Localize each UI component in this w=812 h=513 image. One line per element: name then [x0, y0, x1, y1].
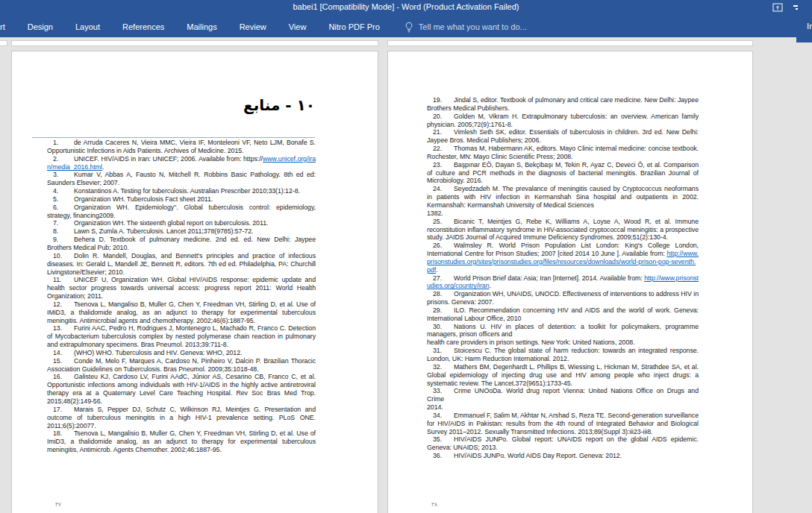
ribbon-bar: babei1 [Compatibility Mode] - Word (Prod…	[0, 0, 812, 37]
reference-text: Lawn S, Zumla A. Tuberculosis. Lancet 20…	[74, 227, 253, 235]
reference-item: 33.Crime UNOoDa. World drug report Vienn…	[427, 387, 699, 412]
references-list-right: 19.Jindal S, editor. Textbook of pulmona…	[427, 96, 699, 460]
reference-text: Konstantinos A. Testing for tuberculosis…	[74, 187, 300, 195]
reference-text: World Prison Brief data: Asia; Iran [Int…	[454, 274, 644, 282]
reference-text: Marais S, Pepper DJ, Schutz C, Wilkinson…	[47, 406, 316, 429]
reference-number: 10.	[53, 252, 74, 260]
reference-text: Başpınar EÖ, Dayan S, Bekçibaşı M, Tekin…	[427, 161, 699, 185]
reference-number: 2.	[53, 155, 74, 163]
reference-number: 21.	[433, 128, 454, 136]
reference-item: 10.Dolin R. Mandell, Douglas, and Bennet…	[47, 252, 316, 277]
document-page-37[interactable]: ١٠ - منابع 1.de Arruda Caceres N, Vieira…	[11, 51, 378, 513]
reference-number: 20.	[433, 113, 454, 121]
reference-number: 33.	[433, 387, 454, 395]
reference-number: 14.	[53, 349, 74, 357]
reference-text: Organization WH, UNAIDS, UNOCD. Effectiv…	[427, 290, 699, 306]
reference-item: 31.Stoicescu C. The global state of harm…	[427, 347, 699, 363]
heading-chapter-number: ١٠ -	[285, 96, 315, 114]
reference-item: 35.HIV/AIDS JUNPo. Global report: UNAIDS…	[427, 435, 699, 452]
reference-text: .	[102, 163, 104, 171]
reference-number: 1.	[53, 139, 74, 147]
reference-item: 23.Başpınar EÖ, Dayan S, Bekçibaşı M, Te…	[427, 161, 699, 186]
reference-item: 30.Nations U. HIV in places of detention…	[427, 323, 699, 347]
reference-text: Walmsley R. World Prison Population List…	[427, 242, 699, 257]
reference-text: UNICEF. HIV/AIDS in Iran: UNICEF; 2006. …	[74, 155, 263, 163]
reference-number: 19.	[433, 96, 454, 104]
reference-text: Emmanuel F, Salim M, Akhtar N, Arshad S,…	[427, 412, 699, 435]
reference-number: 5.	[53, 195, 74, 204]
reference-text: .	[436, 266, 437, 274]
reference-text: Tsenova L, Mangalisio B, Muller G, Chen …	[47, 429, 316, 453]
reference-number: 24.	[433, 185, 454, 193]
previous-page-bottom-edge	[387, 40, 753, 46]
reference-text: Organization WH. The sixteenth global re…	[74, 219, 268, 227]
reference-item: 3.Kumar V, Abbas A, Fausto N, Mitchell R…	[47, 171, 316, 187]
reference-number: 34.	[433, 412, 454, 420]
tab-insert-partial[interactable]: rt	[0, 16, 16, 37]
references-heading: ١٠ - منابع	[243, 96, 315, 114]
reference-item: 9.Behera D. Textbook of pulmonary medici…	[47, 236, 316, 252]
reference-item: 27.World Prison Brief data: Asia; Iran […	[427, 274, 699, 291]
tell-me-box[interactable]: Tell me what you want to do...	[405, 22, 527, 33]
references-list-left: 1.de Arruda Caceres N, Vieira MMC, Vieir…	[47, 139, 316, 454]
tab-view[interactable]: View	[278, 16, 318, 37]
tab-layout[interactable]: Layout	[64, 16, 111, 37]
reference-item: 4.Konstantinos A. Testing for tuberculos…	[47, 187, 316, 195]
tab-mailings[interactable]: Mailings	[175, 16, 228, 37]
reference-number: 25.	[433, 218, 454, 226]
reference-text: Crime UNOoDa. World drug report Vienna: …	[427, 387, 699, 411]
reference-item: 29.ILO. Recommendation concerning HIV an…	[427, 306, 699, 323]
reference-number: 18.	[53, 429, 74, 438]
reference-item: 17.Marais S, Pepper DJ, Schutz C, Wilkin…	[47, 406, 316, 430]
tab-design[interactable]: Design	[16, 16, 64, 37]
reference-text: Mathers BM, Degenhardt L, Phillips B, Wi…	[427, 363, 699, 387]
reference-item: 7.Organization WH. The sixteenth global …	[47, 219, 316, 227]
reference-number: 15.	[53, 357, 74, 365]
reference-text: Seyedzadeh M. The prevalance of meningit…	[427, 185, 699, 217]
window-title: babei1 [Compatibility Mode] - Word (Prod…	[0, 2, 812, 11]
reference-text: Bicanic T, Meintjes G, Rebe K, Williams …	[427, 218, 699, 242]
reference-number: 30.	[433, 323, 454, 331]
reference-number: 28.	[433, 290, 454, 298]
reference-number: 26.	[433, 242, 454, 250]
reference-item: 11.UNICEF U, Organization WH. Global HIV…	[47, 276, 316, 300]
word-application-window: babei1 [Compatibility Mode] - Word (Prod…	[0, 0, 812, 513]
reference-item: 26.Walmsley R. World Prison Population L…	[427, 242, 699, 274]
reference-item: 28.Organization WH, UNAIDS, UNOCD. Effec…	[427, 290, 699, 306]
reference-text: ILO. Recommendation concerning HIV and A…	[427, 306, 699, 322]
reference-text: Thomas M, Habermann AK, editors. Mayo Cl…	[427, 145, 699, 160]
reference-text: Galisteu KJ, Cardoso LV, Furini AAdC, Jú…	[47, 373, 316, 405]
page-number-footer: ٣٨	[431, 501, 437, 508]
reference-text: Conde M, Melo F, Marques A, Cardoso N, P…	[47, 357, 316, 373]
reference-text: Tsenova L, Mangaliso B, Muller G, Chen Y…	[47, 300, 316, 324]
tab-references[interactable]: References	[111, 16, 175, 37]
reference-item: 36.HIV/AIDS JUNPo. World AIDS Day Report…	[427, 452, 699, 460]
tab-nitro-pdf-pro[interactable]: Nitro PDF Pro	[317, 16, 390, 37]
reference-item: 20.Golden M, Vikram H. Extrapulmonary tu…	[427, 113, 699, 129]
reference-text: HIV/AIDS JUNPo. Global report: UNAIDS re…	[427, 435, 699, 451]
reference-number: 17.	[53, 406, 74, 414]
reference-text: Dolin R. Mandell, Douglas, and Bennett's…	[47, 252, 316, 276]
heading-underline-rule	[32, 137, 315, 138]
heading-word: منابع	[243, 96, 280, 114]
ribbon-tabs: rt Design Layout References Mailings Rev…	[0, 16, 527, 37]
reference-text: Behera D. Textbook of pulmonary medicine…	[47, 236, 316, 251]
reference-text: de Arruda Caceres N, Vieira MMC, Vieira …	[47, 139, 316, 154]
reference-number: 6.	[53, 204, 74, 212]
reference-text: Organization WH. Epidemiology''. Global …	[47, 204, 316, 219]
reference-item: 8.Lawn S, Zumla A. Tuberculosis. Lancet …	[47, 227, 316, 236]
reference-item: 22.Thomas M, Habermann AK, editors. Mayo…	[427, 145, 699, 161]
reference-number: 11.	[53, 276, 74, 284]
reference-item: 19.Jindal S, editor. Textbook of pulmona…	[427, 96, 699, 113]
reference-text: Kumar V, Abbas A, Fausto N, Mitchell R. …	[47, 171, 316, 186]
reference-item: 25.Bicanic T, Meintjes G, Rebe K, Willia…	[427, 218, 699, 242]
ribbon-display-options-icon[interactable]	[772, 1, 783, 10]
reference-item: 12.Tsenova L, Mangaliso B, Muller G, Che…	[47, 300, 316, 325]
document-page-38[interactable]: 19.Jindal S, editor. Textbook of pulmona…	[387, 51, 753, 513]
reference-number: 27.	[433, 274, 454, 283]
reference-item: 1.de Arruda Caceres N, Vieira MMC, Vieir…	[47, 139, 316, 155]
tab-review[interactable]: Review	[228, 16, 278, 37]
reference-number: 22.	[433, 145, 454, 153]
reference-number: 31.	[433, 347, 454, 355]
reference-number: 8.	[53, 227, 74, 236]
